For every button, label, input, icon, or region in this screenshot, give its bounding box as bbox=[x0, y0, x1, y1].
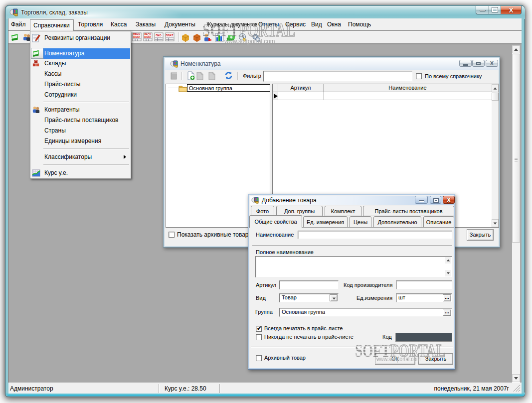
svg-text:НАКЛ: НАКЛ bbox=[133, 35, 140, 38]
svg-text:ПКО: ПКО bbox=[156, 34, 162, 37]
svg-text:ПЛАТ: ПЛАТ bbox=[166, 34, 174, 37]
svg-text:НАКЛ: НАКЛ bbox=[144, 35, 151, 38]
